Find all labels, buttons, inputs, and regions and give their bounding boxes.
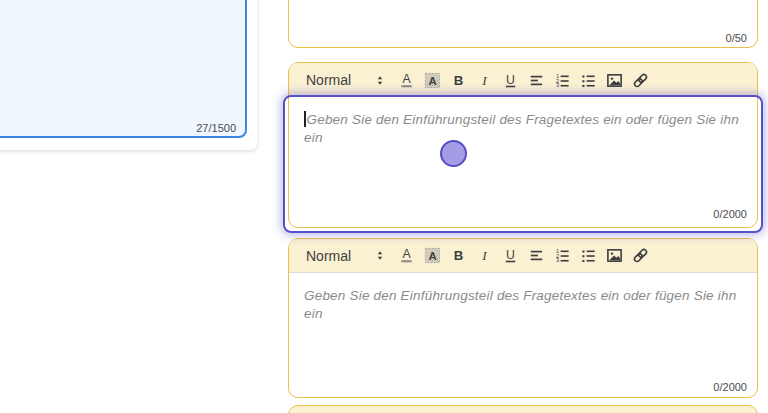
editor-text-area[interactable]: Geben Sie den Einführungsteil des Fraget… xyxy=(289,97,757,159)
svg-text:A: A xyxy=(402,247,411,261)
text-cursor xyxy=(304,111,306,127)
underline-icon[interactable]: U xyxy=(501,71,519,89)
image-icon[interactable] xyxy=(605,71,623,89)
left-text-input[interactable]: 27/1500 xyxy=(0,0,247,138)
editor-toolbar: Normal A A B I U 123 xyxy=(289,239,757,273)
format-dropdown[interactable]: Normal xyxy=(306,248,351,264)
char-counter: 27/1500 xyxy=(196,122,236,134)
ordered-list-icon[interactable]: 123 xyxy=(553,71,571,89)
editor-card-1: 0/50 xyxy=(288,0,758,48)
svg-text:I: I xyxy=(481,248,487,263)
svg-text:B: B xyxy=(453,72,463,87)
text-selection-handle[interactable] xyxy=(440,140,467,167)
underline-icon[interactable]: U xyxy=(501,247,519,265)
svg-text:U: U xyxy=(506,248,515,262)
char-counter: 0/2000 xyxy=(713,381,747,393)
svg-text:3: 3 xyxy=(556,257,559,263)
text-color-icon[interactable]: A xyxy=(397,247,415,265)
align-icon[interactable] xyxy=(527,247,545,265)
editor-card-3: Normal A A B I U 123 xyxy=(288,238,758,398)
svg-text:U: U xyxy=(506,72,515,86)
editor-text-area[interactable] xyxy=(289,0,757,3)
svg-text:3: 3 xyxy=(556,82,559,88)
bold-icon[interactable]: B xyxy=(449,247,467,265)
editor-card-2: Normal A A B I U 123 xyxy=(288,62,758,228)
bullet-list-icon[interactable] xyxy=(579,71,597,89)
svg-text:B: B xyxy=(453,248,463,263)
format-dropdown[interactable]: Normal xyxy=(306,72,351,88)
size-arrows-icon[interactable] xyxy=(371,247,389,265)
placeholder-text: Geben Sie den Einführungsteil des Fraget… xyxy=(304,112,739,145)
svg-text:A: A xyxy=(402,72,411,86)
placeholder-text: Geben Sie den Einführungsteil des Fraget… xyxy=(304,288,736,321)
char-counter: 0/2000 xyxy=(713,208,747,220)
svg-text:A: A xyxy=(428,74,436,86)
left-panel-card: 27/1500 xyxy=(0,0,257,150)
background-color-icon[interactable]: A xyxy=(423,247,441,265)
editor-text-area[interactable]: Geben Sie den Einführungsteil des Fraget… xyxy=(289,273,757,335)
text-color-icon[interactable]: A xyxy=(397,71,415,89)
bold-icon[interactable]: B xyxy=(449,71,467,89)
link-icon[interactable] xyxy=(631,71,649,89)
ordered-list-icon[interactable]: 123 xyxy=(553,247,571,265)
editor-toolbar: Normal A A B I U 123 xyxy=(289,63,757,97)
page: 27/1500 0/50 Normal A A B I xyxy=(0,0,768,413)
svg-text:I: I xyxy=(481,72,487,87)
align-icon[interactable] xyxy=(527,71,545,89)
image-icon[interactable] xyxy=(605,247,623,265)
size-arrows-icon[interactable] xyxy=(371,71,389,89)
bullet-list-icon[interactable] xyxy=(579,247,597,265)
svg-text:A: A xyxy=(428,250,436,262)
italic-icon[interactable]: I xyxy=(475,247,493,265)
italic-icon[interactable]: I xyxy=(475,71,493,89)
background-color-icon[interactable]: A xyxy=(423,71,441,89)
editor-card-4 xyxy=(288,405,758,413)
link-icon[interactable] xyxy=(631,247,649,265)
char-counter: 0/50 xyxy=(726,32,747,44)
